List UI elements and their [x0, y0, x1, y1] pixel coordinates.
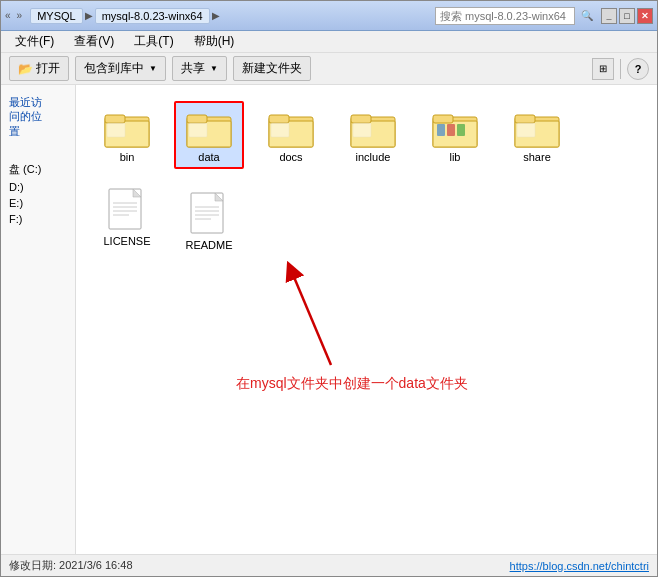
svg-line-39: [291, 270, 331, 365]
svg-rect-14: [351, 115, 371, 123]
folder-include-icon: [349, 107, 397, 149]
folder-lib[interactable]: lib: [420, 101, 490, 169]
svg-rect-20: [447, 124, 455, 136]
folder-include-label: include: [356, 151, 391, 163]
menu-tools[interactable]: 工具(T): [128, 31, 179, 52]
search-input[interactable]: [435, 7, 575, 25]
window: « » MYSQL ▶ mysql-8.0.23-winx64 ▶ 🔍 _ □ …: [0, 0, 658, 577]
svg-rect-6: [187, 115, 207, 123]
file-readme-label: README: [185, 239, 232, 251]
nav-forward-icon[interactable]: »: [17, 10, 23, 21]
svg-rect-21: [457, 124, 465, 136]
breadcrumb-mysql-dir[interactable]: mysql-8.0.23-winx64: [95, 8, 210, 24]
new-folder-button[interactable]: 新建文件夹: [233, 56, 311, 81]
nav-back-icon[interactable]: «: [5, 10, 11, 21]
maximize-button[interactable]: □: [619, 8, 635, 24]
address-box: 🔍: [435, 7, 597, 25]
svg-rect-2: [105, 115, 125, 123]
folder-include[interactable]: include: [338, 101, 408, 169]
title-bar: « » MYSQL ▶ mysql-8.0.23-winx64 ▶ 🔍 _ □ …: [1, 1, 657, 31]
svg-rect-3: [107, 123, 125, 137]
help-button[interactable]: ?: [627, 58, 649, 80]
file-readme[interactable]: README: [174, 185, 244, 257]
sidebar-drive-f[interactable]: F:): [5, 211, 71, 227]
folder-docs-label: docs: [279, 151, 302, 163]
file-readme-icon: [189, 191, 229, 237]
open-label: 打开: [36, 60, 60, 77]
breadcrumb-sep-1: ▶: [85, 10, 93, 21]
file-license[interactable]: LICENSE: [92, 181, 162, 257]
sidebar-drive-c[interactable]: 盘 (C:): [5, 160, 71, 179]
status-modified-date: 修改日期: 2021/3/6 16:48: [9, 558, 510, 573]
menu-view[interactable]: 查看(V): [68, 31, 120, 52]
annotation-text: 在mysql文件夹中创建一个data文件夹: [236, 375, 468, 393]
folder-lib-label: lib: [449, 151, 460, 163]
folder-data[interactable]: data: [174, 101, 244, 169]
folder-share-icon: [513, 107, 561, 149]
folder-bin[interactable]: bin: [92, 101, 162, 169]
svg-rect-10: [269, 115, 289, 123]
status-bar: 修改日期: 2021/3/6 16:48 https://blog.csdn.n…: [1, 554, 657, 576]
toolbar-separator: [620, 59, 621, 79]
sidebar-drive-d[interactable]: D:): [5, 179, 71, 195]
include-label: 包含到库中: [84, 60, 144, 77]
svg-rect-19: [437, 124, 445, 136]
svg-rect-24: [515, 115, 535, 123]
folder-data-icon: [185, 107, 233, 149]
breadcrumb-area: « » MYSQL ▶ mysql-8.0.23-winx64 ▶: [5, 8, 220, 24]
folder-docs-icon: [267, 107, 315, 149]
new-folder-label: 新建文件夹: [242, 60, 302, 77]
svg-rect-7: [189, 123, 207, 137]
folder-docs[interactable]: docs: [256, 101, 326, 169]
sidebar-drive-e[interactable]: E:): [5, 195, 71, 211]
folder-share-label: share: [523, 151, 551, 163]
svg-rect-25: [517, 123, 535, 137]
search-button[interactable]: 🔍: [577, 7, 597, 25]
folder-bin-icon: [103, 107, 151, 149]
share-caret-icon: ▼: [210, 64, 218, 73]
folder-share[interactable]: share: [502, 101, 572, 169]
share-button[interactable]: 共享 ▼: [172, 56, 227, 81]
toolbar: 📂 打开 包含到库中 ▼ 共享 ▼ 新建文件夹 ⊞ ?: [1, 53, 657, 85]
share-label: 共享: [181, 60, 205, 77]
file-license-icon: [107, 187, 147, 233]
svg-rect-15: [353, 123, 371, 137]
file-area: bin data: [76, 85, 657, 554]
folder-bin-label: bin: [120, 151, 135, 163]
breadcrumb-sep-2: ▶: [212, 10, 220, 21]
menu-help[interactable]: 帮助(H): [188, 31, 241, 52]
include-library-button[interactable]: 包含到库中 ▼: [75, 56, 166, 81]
svg-rect-11: [271, 123, 289, 137]
sidebar-drives: 盘 (C:) D:) E:) F:): [5, 160, 71, 227]
status-url[interactable]: https://blog.csdn.net/chintctri: [510, 560, 649, 572]
menu-bar: 文件(F) 查看(V) 工具(T) 帮助(H): [1, 31, 657, 53]
window-controls: _ □ ✕: [601, 8, 653, 24]
breadcrumb-mysql[interactable]: MYSQL: [30, 8, 83, 24]
breadcrumb: MYSQL ▶ mysql-8.0.23-winx64 ▶: [30, 8, 219, 24]
file-license-label: LICENSE: [103, 235, 150, 247]
sidebar-recent[interactable]: 最近访问的位置: [5, 93, 71, 140]
main-area: 最近访问的位置 盘 (C:) D:) E:) F:): [1, 85, 657, 554]
folder-lib-icon: [431, 107, 479, 149]
open-icon: 📂: [18, 62, 33, 76]
include-caret-icon: ▼: [149, 64, 157, 73]
folder-grid: bin data: [92, 101, 641, 257]
close-button[interactable]: ✕: [637, 8, 653, 24]
sidebar: 最近访问的位置 盘 (C:) D:) E:) F:): [1, 85, 76, 554]
folder-data-label: data: [198, 151, 219, 163]
menu-file[interactable]: 文件(F): [9, 31, 60, 52]
annotation-arrow: [271, 255, 351, 378]
svg-rect-18: [433, 115, 453, 123]
open-button[interactable]: 📂 打开: [9, 56, 69, 81]
view-toggle-button[interactable]: ⊞: [592, 58, 614, 80]
minimize-button[interactable]: _: [601, 8, 617, 24]
